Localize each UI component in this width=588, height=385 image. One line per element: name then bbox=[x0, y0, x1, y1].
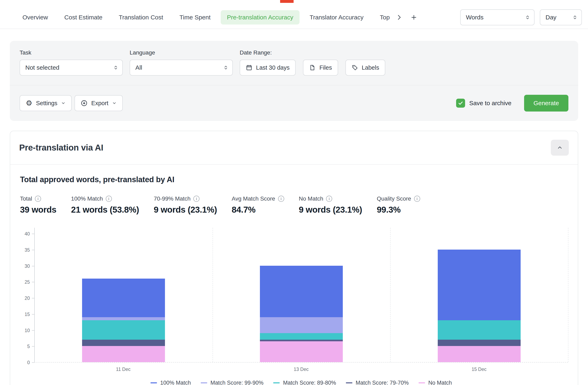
chart-grid: 0510152025303540 bbox=[20, 228, 568, 363]
bar-segment[interactable] bbox=[260, 340, 343, 341]
stat-total: Totali 39 words bbox=[20, 195, 56, 215]
vertical-gridline bbox=[390, 228, 391, 362]
bar-segment[interactable] bbox=[82, 340, 165, 346]
pre-translation-card: Pre-translation via AI Total approved wo… bbox=[10, 131, 578, 385]
tab-top[interactable]: Top bbox=[374, 10, 390, 24]
legend-item[interactable]: Match Score: 79-70% bbox=[346, 380, 409, 385]
add-report-button[interactable] bbox=[409, 12, 419, 23]
labels-filter-button[interactable]: Labels bbox=[345, 60, 385, 76]
legend-label: Match Score: 79-70% bbox=[356, 380, 409, 385]
bar-segment[interactable] bbox=[260, 333, 343, 340]
legend-item[interactable]: Match Score: 99-90% bbox=[201, 380, 264, 385]
files-filter-button[interactable]: Files bbox=[303, 60, 338, 76]
browser-notification-strip bbox=[280, 0, 294, 3]
caret-down-icon bbox=[112, 101, 117, 105]
date-range-label: Date Range: bbox=[240, 49, 385, 56]
save-to-archive-control[interactable]: Save to archive bbox=[456, 99, 511, 108]
y-axis-tick-label: 40 bbox=[24, 231, 30, 237]
plus-icon bbox=[410, 14, 417, 21]
info-icon[interactable]: i bbox=[326, 196, 332, 202]
task-select[interactable]: Not selected bbox=[20, 60, 123, 76]
filters-row: Task Not selected Language All Date Rang… bbox=[20, 49, 568, 76]
stat-value: 21 words (53.8%) bbox=[71, 205, 139, 215]
legend-marker bbox=[150, 382, 157, 383]
bar-segment[interactable] bbox=[260, 266, 343, 317]
language-label: Language bbox=[130, 49, 233, 56]
stat-label: 70-99% Match bbox=[154, 195, 191, 202]
section-title: Total approved words, pre-translated by … bbox=[20, 175, 568, 184]
y-axis-tick-label: 15 bbox=[24, 311, 30, 317]
tab-overview[interactable]: Overview bbox=[16, 10, 54, 24]
bar-segment[interactable] bbox=[260, 341, 343, 362]
save-to-archive-label: Save to archive bbox=[469, 100, 511, 107]
info-icon[interactable]: i bbox=[414, 196, 420, 202]
legend-marker bbox=[419, 382, 425, 383]
unit-select[interactable]: Words bbox=[460, 9, 534, 25]
tab-translator-accuracy[interactable]: Translator Accuracy bbox=[304, 10, 370, 24]
x-axis-tick-label: 11 Dec bbox=[116, 367, 130, 372]
legend-item[interactable]: Match Score: 89-80% bbox=[273, 380, 336, 385]
y-axis-tick-label: 35 bbox=[24, 247, 30, 253]
bar-segment[interactable] bbox=[260, 317, 343, 333]
legend-item[interactable]: 100% Match bbox=[150, 380, 191, 385]
stat-label: 100% Match bbox=[71, 195, 103, 202]
bar-segment[interactable] bbox=[82, 320, 165, 340]
bar-segment[interactable] bbox=[82, 346, 165, 362]
legend-label: Match Score: 99-90% bbox=[210, 380, 264, 385]
language-select[interactable]: All bbox=[130, 60, 233, 76]
export-button[interactable]: Export bbox=[75, 95, 123, 111]
bar-segment[interactable] bbox=[438, 250, 521, 321]
report-tabs-bar: Overview Cost Estimate Translation Cost … bbox=[0, 0, 588, 29]
tag-icon bbox=[352, 64, 358, 71]
legend-item[interactable]: No Match bbox=[419, 380, 452, 385]
date-range-button[interactable]: Last 30 days bbox=[240, 60, 296, 76]
stat-70-99-match: 70-99% Matchi 9 words (23.1%) bbox=[154, 195, 217, 215]
bar-segment[interactable] bbox=[438, 346, 521, 362]
file-icon bbox=[309, 64, 316, 71]
generate-button[interactable]: Generate bbox=[524, 95, 568, 111]
checkbox-checked-icon[interactable] bbox=[456, 99, 465, 108]
collapse-card-button[interactable] bbox=[551, 140, 569, 156]
card-body: Total approved words, pre-translated by … bbox=[10, 165, 578, 385]
settings-button[interactable]: ⚙ Settings bbox=[20, 95, 72, 111]
stacked-bar-11-dec[interactable] bbox=[82, 278, 165, 362]
card-header: Pre-translation via AI bbox=[10, 131, 578, 165]
stats-row: Totali 39 words 100% Matchi 21 words (53… bbox=[20, 195, 568, 215]
x-axis-tick-label: 13 Dec bbox=[294, 367, 309, 372]
info-icon[interactable]: i bbox=[193, 196, 199, 202]
bar-segment[interactable] bbox=[82, 317, 165, 321]
info-icon[interactable]: i bbox=[278, 196, 284, 202]
stacked-bar-15-dec[interactable] bbox=[438, 250, 521, 362]
settings-button-label: Settings bbox=[36, 100, 57, 107]
info-icon[interactable]: i bbox=[35, 196, 41, 202]
filters-divider bbox=[10, 85, 578, 85]
filters-panel: Task Not selected Language All Date Rang… bbox=[10, 41, 578, 121]
pre-translation-chart: 0510152025303540 11 Dec13 Dec15 Dec 100%… bbox=[20, 228, 568, 385]
select-caret-icon bbox=[223, 65, 228, 70]
stacked-bar-13-dec[interactable] bbox=[260, 266, 343, 362]
stat-quality-score: Quality Scorei 99.3% bbox=[377, 195, 420, 215]
legend-marker bbox=[201, 382, 207, 383]
bar-segment[interactable] bbox=[438, 340, 521, 346]
tab-cost-estimate[interactable]: Cost Estimate bbox=[58, 10, 109, 24]
stat-value: 9 words (23.1%) bbox=[154, 205, 217, 215]
y-axis-tick-mark bbox=[32, 346, 34, 347]
stat-no-match: No Matchi 9 words (23.1%) bbox=[299, 195, 362, 215]
y-axis-tick-mark bbox=[32, 282, 34, 282]
y-axis-tick-label: 5 bbox=[27, 344, 30, 349]
period-select[interactable]: Day bbox=[540, 9, 582, 25]
tab-translation-cost[interactable]: Translation Cost bbox=[113, 10, 169, 24]
chevron-up-icon bbox=[557, 145, 563, 151]
vertical-gridline bbox=[212, 228, 213, 362]
card-title: Pre-translation via AI bbox=[19, 143, 103, 152]
tab-pre-translation-accuracy[interactable]: Pre-translation Accuracy bbox=[221, 10, 299, 24]
legend-marker bbox=[273, 382, 280, 383]
date-range-filter: Date Range: Last 30 days Files Labels bbox=[240, 49, 385, 76]
x-axis-tick-label: 15 Dec bbox=[472, 367, 486, 372]
info-icon[interactable]: i bbox=[106, 196, 112, 202]
tab-time-spent[interactable]: Time Spent bbox=[173, 10, 217, 24]
tabs-scroll-right-button[interactable] bbox=[394, 12, 404, 23]
bar-segment[interactable] bbox=[82, 278, 165, 317]
bar-segment[interactable] bbox=[438, 320, 521, 340]
stat-label: Total bbox=[20, 195, 32, 202]
